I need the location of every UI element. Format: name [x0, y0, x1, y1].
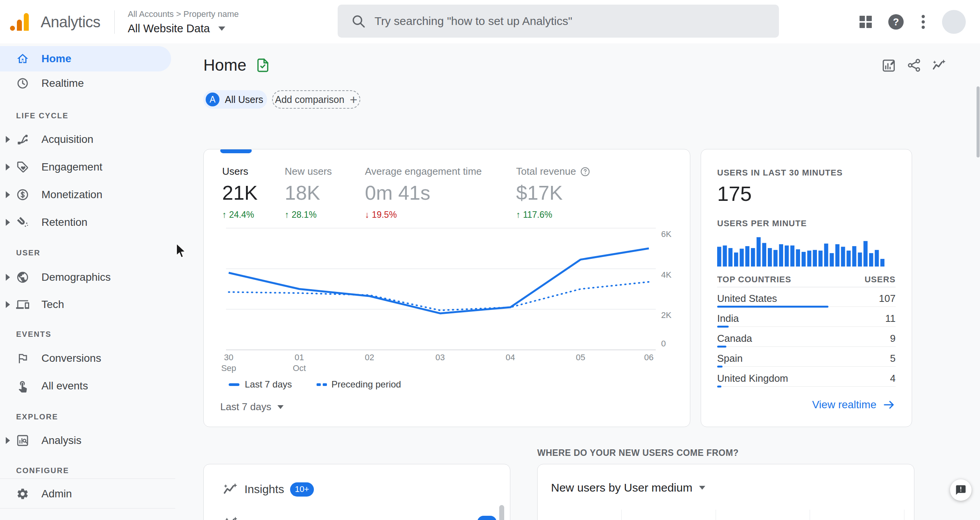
country-name: India	[717, 313, 739, 325]
home-icon	[16, 52, 29, 65]
comparison-badge: A	[206, 93, 219, 106]
property-selector[interactable]: All Website Data	[128, 22, 225, 35]
users-per-minute-label: USERS PER MINUTE	[717, 219, 807, 229]
users-per-minute-chart	[717, 234, 886, 267]
chevron-down-icon	[277, 405, 284, 409]
help-button[interactable]: ?	[887, 13, 905, 31]
country-row-united-states: United States107	[717, 289, 896, 309]
country-bar	[717, 386, 721, 388]
comparison-bar: A All Users Add comparison +	[203, 90, 360, 109]
sidebar-item-retention[interactable]: Retention	[0, 209, 171, 236]
country-name: United States	[717, 293, 777, 305]
col-top-countries: TOP COUNTRIES	[717, 275, 791, 285]
apps-grid-button[interactable]	[856, 13, 875, 31]
country-bar-track	[717, 386, 896, 387]
sidebar-item-admin[interactable]: Admin	[0, 480, 171, 508]
breadcrumb: All Accounts > Property name	[128, 9, 239, 19]
sidebar-item-label: All events	[41, 380, 88, 392]
country-bar-track	[717, 326, 896, 327]
realtime-card: USERS IN LAST 30 MINUTES 175 USERS PER M…	[701, 149, 912, 427]
app-header: Analytics All Accounts > Property name A…	[0, 0, 980, 43]
country-bar	[717, 306, 828, 308]
insights-icon	[222, 481, 238, 497]
search-icon	[351, 13, 366, 29]
sidebar-item-demographics[interactable]: Demographics	[0, 263, 171, 291]
country-users: 11	[885, 313, 896, 325]
all-users-chip[interactable]: A All Users	[203, 90, 267, 109]
search-bar[interactable]	[338, 5, 779, 38]
chevron-down-icon	[699, 486, 705, 490]
devices-icon	[16, 298, 29, 311]
view-realtime-link[interactable]: View realtime	[812, 398, 896, 411]
country-bar-track	[717, 346, 896, 347]
svg-text:Sep: Sep	[221, 363, 236, 373]
customize-report-icon	[881, 58, 897, 73]
svg-text:2K: 2K	[661, 310, 671, 320]
more-options-button[interactable]	[914, 13, 932, 31]
monetization-icon	[16, 188, 29, 201]
sidebar-item-engagement[interactable]: Engagement	[0, 153, 171, 181]
expand-caret-icon[interactable]	[6, 219, 10, 226]
breadcrumb-all-accounts[interactable]: All Accounts	[128, 9, 174, 19]
gear-icon	[16, 487, 29, 500]
insights-card: Insights 10+	[203, 464, 510, 520]
country-bar-track	[717, 366, 896, 367]
time-range-selector[interactable]: Last 7 days	[220, 401, 284, 413]
country-row-india: India11	[717, 309, 896, 329]
analytics-logo[interactable]: Analytics	[10, 13, 102, 31]
new-users-by-medium-card: New users by User medium	[537, 464, 914, 520]
sidebar-section-events: EVENTS	[0, 323, 175, 346]
breadcrumb-property-name[interactable]: Property name	[183, 9, 239, 19]
expand-caret-icon[interactable]	[6, 274, 10, 281]
help-icon: ?	[887, 13, 905, 31]
country-users: 4	[890, 373, 896, 384]
insight-item-icon	[224, 515, 238, 520]
card-scrollbar[interactable]	[499, 505, 504, 520]
dimension-selector[interactable]: New users by User medium	[551, 481, 705, 494]
gridline	[621, 510, 622, 520]
sidebar-item-label: Conversions	[41, 352, 101, 364]
customize-report-button[interactable]	[881, 57, 898, 74]
expand-caret-icon[interactable]	[6, 191, 10, 198]
sidebar-item-analysis[interactable]: Analysis	[0, 427, 171, 454]
sidebar-item-monetization[interactable]: Monetization	[0, 181, 171, 209]
gridline	[810, 510, 810, 520]
svg-text:6K: 6K	[661, 229, 671, 239]
sidebar-item-acquisition[interactable]: Acquisition	[0, 126, 171, 153]
page-scrollbar[interactable]	[977, 86, 980, 157]
search-input[interactable]	[375, 15, 771, 28]
feedback-button[interactable]	[950, 479, 972, 501]
sidebar-item-conversions[interactable]: Conversions	[0, 344, 171, 372]
new-users-section-heading: WHERE DO YOUR NEW USERS COME FROM?	[537, 448, 739, 458]
svg-text:05: 05	[576, 353, 585, 362]
users-30min-label: USERS IN LAST 30 MINUTES	[717, 168, 843, 178]
svg-text:04: 04	[506, 353, 515, 362]
add-comparison-chip[interactable]: Add comparison +	[272, 90, 360, 109]
country-bar	[717, 346, 726, 348]
countries-table-header: TOP COUNTRIES USERS	[717, 275, 896, 285]
expand-caret-icon[interactable]	[6, 164, 10, 171]
sidebar-item-home[interactable]: Home	[0, 46, 171, 71]
insights-panel-button[interactable]	[931, 57, 948, 74]
expand-caret-icon[interactable]	[6, 437, 10, 444]
sidebar-item-label: Acquisition	[41, 133, 93, 146]
clock-icon	[16, 77, 29, 90]
country-row-canada: Canada9	[717, 329, 896, 349]
expand-caret-icon[interactable]	[6, 301, 10, 308]
country-users: 107	[879, 293, 896, 305]
sidebar-item-realtime[interactable]: Realtime	[0, 71, 171, 96]
sidebar-item-tech[interactable]: Tech	[0, 291, 171, 318]
brand-name: Analytics	[41, 13, 101, 31]
sidebar-item-all-events[interactable]: All events	[0, 372, 171, 400]
svg-text:01: 01	[295, 353, 304, 362]
sidebar-item-label: Retention	[41, 216, 87, 229]
sidebar-item-label: Analysis	[41, 434, 81, 447]
expand-caret-icon[interactable]	[6, 136, 10, 143]
avatar[interactable]	[942, 10, 966, 34]
col-users: USERS	[865, 275, 896, 285]
gridline	[716, 510, 716, 520]
analysis-icon	[16, 434, 29, 447]
property-selector-label: All Website Data	[128, 22, 210, 35]
share-button[interactable]	[906, 57, 923, 74]
chart-legend: Last 7 days Preceding period	[229, 379, 401, 390]
